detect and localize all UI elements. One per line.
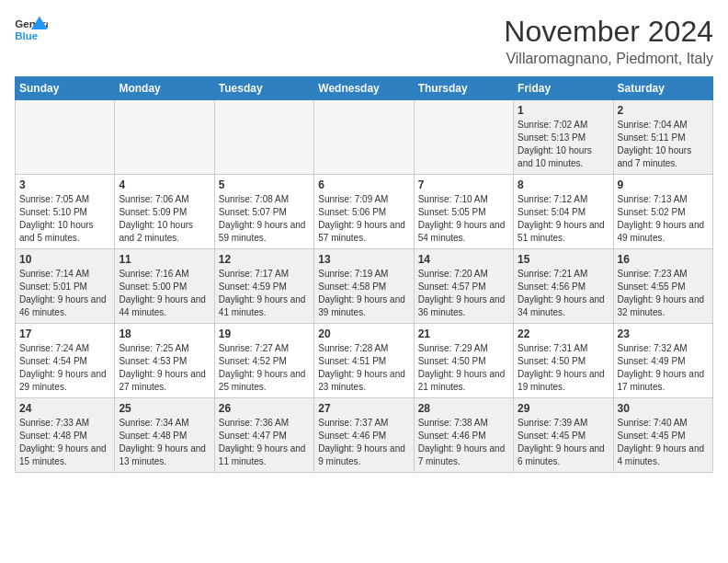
day-cell: 27Sunrise: 7:37 AMSunset: 4:46 PMDayligh… [314, 398, 414, 473]
day-info: Sunrise: 7:24 AMSunset: 4:54 PMDaylight:… [19, 342, 110, 394]
week-row-1: 3Sunrise: 7:05 AMSunset: 5:10 PMDaylight… [16, 175, 713, 249]
day-info: Sunrise: 7:36 AMSunset: 4:47 PMDaylight:… [219, 417, 310, 468]
logo-icon: General Blue [15, 15, 48, 44]
header-saturday: Saturday [613, 77, 712, 100]
day-number: 22 [518, 327, 609, 340]
day-cell: 15Sunrise: 7:21 AMSunset: 4:56 PMDayligh… [514, 249, 613, 324]
day-number: 13 [318, 253, 409, 266]
day-cell: 29Sunrise: 7:39 AMSunset: 4:45 PMDayligh… [514, 398, 613, 473]
day-info: Sunrise: 7:27 AMSunset: 4:52 PMDaylight:… [219, 342, 310, 394]
day-cell [115, 100, 214, 175]
header-friday: Friday [514, 77, 613, 100]
day-info: Sunrise: 7:40 AMSunset: 4:45 PMDaylight:… [618, 417, 709, 468]
day-number: 25 [119, 402, 210, 415]
day-info: Sunrise: 7:33 AMSunset: 4:48 PMDaylight:… [19, 417, 110, 468]
day-cell: 11Sunrise: 7:16 AMSunset: 5:00 PMDayligh… [115, 249, 214, 324]
day-number: 26 [219, 402, 310, 415]
week-row-3: 17Sunrise: 7:24 AMSunset: 4:54 PMDayligh… [16, 324, 713, 398]
day-cell: 14Sunrise: 7:20 AMSunset: 4:57 PMDayligh… [414, 249, 513, 324]
day-info: Sunrise: 7:05 AMSunset: 5:10 PMDaylight:… [19, 193, 110, 245]
day-info: Sunrise: 7:02 AMSunset: 5:13 PMDaylight:… [518, 119, 609, 170]
day-info: Sunrise: 7:32 AMSunset: 4:49 PMDaylight:… [618, 342, 709, 394]
day-cell: 21Sunrise: 7:29 AMSunset: 4:50 PMDayligh… [414, 324, 513, 398]
day-number: 27 [318, 402, 409, 415]
header-tuesday: Tuesday [214, 77, 313, 100]
day-cell: 28Sunrise: 7:38 AMSunset: 4:46 PMDayligh… [414, 398, 513, 473]
day-number: 18 [119, 327, 210, 340]
day-cell: 25Sunrise: 7:34 AMSunset: 4:48 PMDayligh… [115, 398, 214, 473]
svg-text:Blue: Blue [15, 30, 39, 41]
day-info: Sunrise: 7:06 AMSunset: 5:09 PMDaylight:… [119, 193, 210, 245]
day-info: Sunrise: 7:14 AMSunset: 5:01 PMDaylight:… [19, 268, 110, 319]
month-title: November 2024 [504, 15, 713, 49]
day-cell: 7Sunrise: 7:10 AMSunset: 5:05 PMDaylight… [414, 175, 513, 249]
day-info: Sunrise: 7:12 AMSunset: 5:04 PMDaylight:… [518, 193, 609, 245]
day-cell: 6Sunrise: 7:09 AMSunset: 5:06 PMDaylight… [314, 175, 414, 249]
day-info: Sunrise: 7:34 AMSunset: 4:48 PMDaylight:… [119, 417, 210, 468]
day-number: 12 [219, 253, 310, 266]
day-cell: 9Sunrise: 7:13 AMSunset: 5:02 PMDaylight… [613, 175, 712, 249]
day-cell: 3Sunrise: 7:05 AMSunset: 5:10 PMDaylight… [16, 175, 115, 249]
day-cell: 4Sunrise: 7:06 AMSunset: 5:09 PMDaylight… [115, 175, 214, 249]
day-cell: 13Sunrise: 7:19 AMSunset: 4:58 PMDayligh… [314, 249, 414, 324]
header: General Blue November 2024 Villaromagnan… [15, 15, 713, 67]
header-wednesday: Wednesday [314, 77, 414, 100]
day-info: Sunrise: 7:37 AMSunset: 4:46 PMDaylight:… [318, 417, 409, 468]
day-info: Sunrise: 7:23 AMSunset: 4:55 PMDaylight:… [618, 268, 709, 319]
day-number: 8 [518, 178, 609, 191]
week-row-2: 10Sunrise: 7:14 AMSunset: 5:01 PMDayligh… [16, 249, 713, 324]
day-number: 30 [618, 402, 709, 415]
day-cell: 18Sunrise: 7:25 AMSunset: 4:53 PMDayligh… [115, 324, 214, 398]
day-number: 9 [618, 178, 709, 191]
day-number: 24 [19, 402, 110, 415]
day-number: 1 [518, 104, 609, 117]
day-number: 29 [518, 402, 609, 415]
day-number: 6 [318, 178, 409, 191]
day-cell: 10Sunrise: 7:14 AMSunset: 5:01 PMDayligh… [16, 249, 115, 324]
header-monday: Monday [115, 77, 214, 100]
day-number: 19 [219, 327, 310, 340]
calendar-table: SundayMondayTuesdayWednesdayThursdayFrid… [15, 76, 713, 473]
week-row-0: 1Sunrise: 7:02 AMSunset: 5:13 PMDaylight… [16, 100, 713, 175]
day-number: 11 [119, 253, 210, 266]
day-cell: 23Sunrise: 7:32 AMSunset: 4:49 PMDayligh… [613, 324, 712, 398]
day-number: 20 [318, 327, 409, 340]
day-cell: 2Sunrise: 7:04 AMSunset: 5:11 PMDaylight… [613, 100, 712, 175]
header-thursday: Thursday [414, 77, 513, 100]
week-row-4: 24Sunrise: 7:33 AMSunset: 4:48 PMDayligh… [16, 398, 713, 473]
day-info: Sunrise: 7:08 AMSunset: 5:07 PMDaylight:… [219, 193, 310, 245]
day-number: 7 [418, 178, 509, 191]
calendar-header-row: SundayMondayTuesdayWednesdayThursdayFrid… [16, 77, 713, 100]
day-cell [314, 100, 414, 175]
day-cell: 1Sunrise: 7:02 AMSunset: 5:13 PMDaylight… [514, 100, 613, 175]
day-cell: 26Sunrise: 7:36 AMSunset: 4:47 PMDayligh… [214, 398, 313, 473]
day-number: 17 [19, 327, 110, 340]
day-cell [414, 100, 513, 175]
day-number: 5 [219, 178, 310, 191]
day-cell: 16Sunrise: 7:23 AMSunset: 4:55 PMDayligh… [613, 249, 712, 324]
day-cell [214, 100, 313, 175]
day-number: 28 [418, 402, 509, 415]
day-cell: 8Sunrise: 7:12 AMSunset: 5:04 PMDaylight… [514, 175, 613, 249]
day-info: Sunrise: 7:13 AMSunset: 5:02 PMDaylight:… [618, 193, 709, 245]
day-info: Sunrise: 7:16 AMSunset: 5:00 PMDaylight:… [119, 268, 210, 319]
day-number: 14 [418, 253, 509, 266]
day-number: 15 [518, 253, 609, 266]
day-cell [16, 100, 115, 175]
day-number: 21 [418, 327, 509, 340]
day-number: 10 [19, 253, 110, 266]
day-info: Sunrise: 7:21 AMSunset: 4:56 PMDaylight:… [518, 268, 609, 319]
day-cell: 24Sunrise: 7:33 AMSunset: 4:48 PMDayligh… [16, 398, 115, 473]
day-info: Sunrise: 7:20 AMSunset: 4:57 PMDaylight:… [418, 268, 509, 319]
day-info: Sunrise: 7:29 AMSunset: 4:50 PMDaylight:… [418, 342, 509, 394]
day-cell: 19Sunrise: 7:27 AMSunset: 4:52 PMDayligh… [214, 324, 313, 398]
day-number: 2 [618, 104, 709, 117]
day-number: 16 [618, 253, 709, 266]
day-cell: 30Sunrise: 7:40 AMSunset: 4:45 PMDayligh… [613, 398, 712, 473]
day-info: Sunrise: 7:38 AMSunset: 4:46 PMDaylight:… [418, 417, 509, 468]
day-info: Sunrise: 7:17 AMSunset: 4:59 PMDaylight:… [219, 268, 310, 319]
day-cell: 5Sunrise: 7:08 AMSunset: 5:07 PMDaylight… [214, 175, 313, 249]
day-info: Sunrise: 7:19 AMSunset: 4:58 PMDaylight:… [318, 268, 409, 319]
day-cell: 17Sunrise: 7:24 AMSunset: 4:54 PMDayligh… [16, 324, 115, 398]
day-number: 4 [119, 178, 210, 191]
